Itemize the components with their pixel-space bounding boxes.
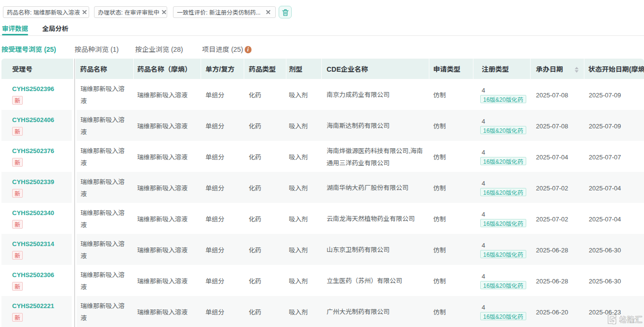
svg-text:格隆汇: 格隆汇 <box>619 314 643 324</box>
